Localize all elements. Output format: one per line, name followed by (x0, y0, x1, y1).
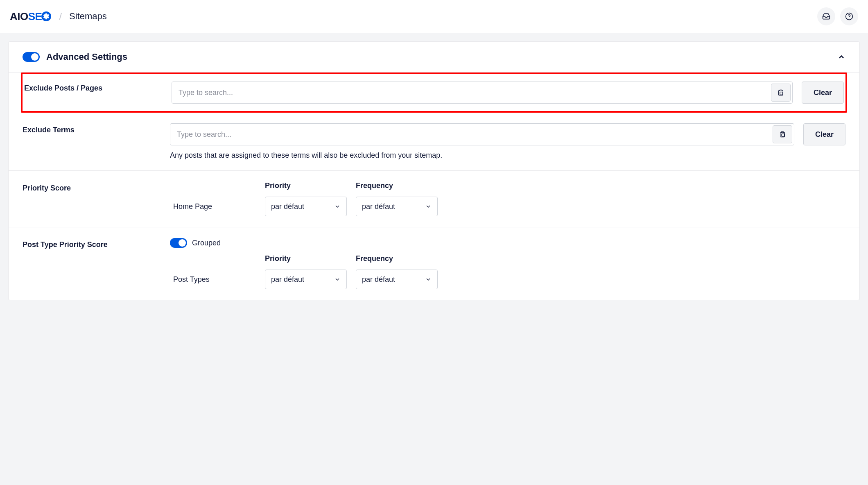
home-page-frequency-select[interactable]: par défaut (356, 197, 438, 216)
priority-header: Priority (265, 181, 347, 190)
page-header: AIOSE / Sitemaps (0, 0, 868, 33)
exclude-terms-help-text: Any posts that are assigned to these ter… (170, 151, 845, 160)
grouped-toggle-row: Grouped (170, 238, 845, 248)
post-types-row: Post Types par défaut par défaut (170, 270, 845, 289)
home-page-label: Home Page (170, 202, 256, 211)
svg-rect-3 (780, 90, 782, 91)
exclude-posts-content: Clear (172, 82, 844, 104)
logo-gear-icon (41, 11, 52, 22)
exclude-posts-input-row: Clear (172, 82, 844, 104)
post-types-label: Post Types (170, 275, 256, 284)
post-types-frequency-select[interactable]: par défaut (356, 270, 438, 289)
chevron-down-icon (334, 276, 341, 283)
exclude-posts-search-wrapper (172, 82, 793, 104)
home-page-row: Home Page par défaut par défaut (170, 197, 845, 216)
paste-icon (779, 131, 786, 138)
svg-rect-5 (781, 131, 783, 133)
post-type-frequency-header: Frequency (356, 254, 438, 263)
priority-headers: Priority Frequency (170, 181, 845, 190)
exclude-posts-label: Exclude Posts / Pages (24, 82, 155, 104)
advanced-settings-toggle[interactable] (23, 52, 40, 62)
aioseo-logo: AIOSE (10, 10, 52, 23)
chevron-down-icon (334, 203, 341, 210)
exclude-terms-row: Exclude Terms Clear (9, 113, 859, 171)
header-left: AIOSE / Sitemaps (10, 10, 107, 23)
post-type-headers: Priority Frequency (170, 254, 845, 263)
exclude-terms-paste-button[interactable] (773, 125, 792, 143)
highlighted-section: Exclude Posts / Pages (21, 73, 847, 113)
logo-se-text: SE (28, 10, 42, 23)
chevron-down-icon (425, 203, 432, 210)
post-type-priority-label: Post Type Priority Score (23, 238, 154, 289)
card-title: Advanced Settings (46, 52, 127, 62)
exclude-terms-clear-button[interactable]: Clear (803, 123, 845, 145)
priority-score-content: Priority Frequency Home Page par défaut … (170, 181, 845, 216)
advanced-settings-card: Advanced Settings Exclude Posts / Pages (8, 41, 860, 300)
post-type-spacer (170, 254, 256, 263)
exclude-posts-search-input[interactable] (173, 84, 770, 102)
priority-spacer (170, 181, 256, 190)
breadcrumb-separator: / (59, 11, 62, 22)
card-header-left: Advanced Settings (23, 52, 127, 62)
inbox-icon (822, 12, 830, 20)
post-type-priority-row: Post Type Priority Score Grouped Priorit… (9, 227, 859, 300)
exclude-terms-search-wrapper (170, 123, 794, 145)
home-page-priority-select[interactable]: par défaut (265, 197, 347, 216)
post-types-frequency-value: par défaut (362, 275, 395, 284)
priority-score-label: Priority Score (23, 181, 154, 216)
post-type-priority-content: Grouped Priority Frequency Post Types pa… (170, 238, 845, 289)
svg-rect-4 (780, 92, 783, 95)
collapse-button[interactable] (837, 53, 845, 61)
post-type-priority-header: Priority (265, 254, 347, 263)
post-types-priority-select[interactable]: par défaut (265, 270, 347, 289)
card-header: Advanced Settings (9, 42, 859, 73)
exclude-posts-row: Exclude Posts / Pages (24, 78, 844, 107)
logo-aio-text: AIO (10, 10, 28, 23)
exclude-posts-paste-button[interactable] (771, 84, 791, 102)
chevron-down-icon (425, 276, 432, 283)
help-button[interactable] (840, 7, 858, 25)
post-types-priority-value: par défaut (271, 275, 304, 284)
priority-score-row: Priority Score Priority Frequency Home P… (9, 171, 859, 227)
paste-icon (778, 89, 784, 96)
chevron-up-icon (837, 53, 845, 61)
exclude-posts-clear-button[interactable]: Clear (802, 82, 844, 104)
svg-rect-6 (782, 134, 784, 137)
header-right (817, 7, 858, 25)
notifications-button[interactable] (817, 7, 835, 25)
exclude-terms-input-row: Clear (170, 123, 845, 145)
home-page-priority-value: par défaut (271, 202, 304, 211)
home-page-frequency-value: par défaut (362, 202, 395, 211)
grouped-toggle[interactable] (170, 238, 187, 248)
grouped-label: Grouped (192, 239, 221, 247)
breadcrumb-current: Sitemaps (69, 11, 107, 22)
exclude-terms-search-input[interactable] (171, 125, 772, 144)
content-area: Advanced Settings Exclude Posts / Pages (0, 33, 868, 308)
help-icon (845, 12, 853, 20)
frequency-header: Frequency (356, 181, 438, 190)
exclude-terms-label: Exclude Terms (23, 123, 154, 160)
exclude-terms-content: Clear Any posts that are assigned to the… (170, 123, 845, 160)
